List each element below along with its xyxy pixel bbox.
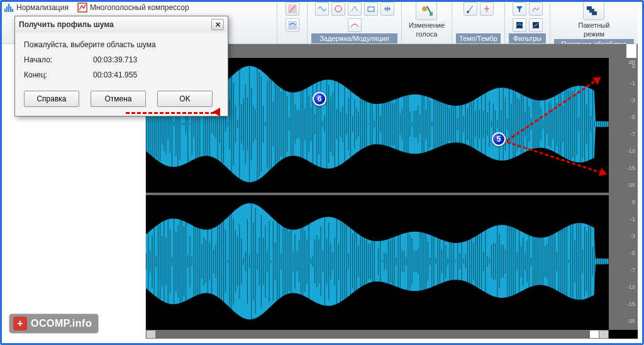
- svg-rect-444: [523, 237, 523, 286]
- svg-point-10: [422, 6, 427, 11]
- svg-rect-397: [430, 257, 430, 265]
- svg-rect-276: [189, 235, 190, 286]
- dialog-close-button[interactable]: ✕: [211, 19, 224, 30]
- svg-rect-438: [511, 227, 511, 296]
- svg-rect-470: [574, 240, 575, 283]
- svg-rect-271: [180, 207, 180, 315]
- tempo-icon-2[interactable]: [480, 2, 494, 16]
- svg-rect-179: [464, 116, 464, 132]
- hscroll-arrow-left[interactable]: [147, 331, 155, 338]
- group-voice-change[interactable]: Изменение голоса: [401, 0, 452, 43]
- svg-rect-467: [569, 259, 569, 263]
- delay-icon-1[interactable]: [315, 2, 329, 16]
- svg-rect-228: [560, 82, 561, 166]
- section-delay-label[interactable]: Задержка/Модуляция: [311, 33, 397, 43]
- svg-rect-437: [509, 203, 509, 319]
- svg-rect-97: [301, 80, 301, 169]
- svg-rect-267: [172, 257, 172, 266]
- tool-multiband-compressor[interactable]: Многополосный компрессор: [77, 3, 189, 13]
- svg-rect-226: [557, 103, 557, 146]
- svg-rect-75: [257, 64, 258, 183]
- svg-rect-182: [469, 87, 470, 161]
- svg-rect-131: [368, 123, 369, 125]
- svg-rect-415: [465, 254, 466, 269]
- filter-icon-1[interactable]: [513, 2, 526, 16]
- group-tempo: Темп/Тембр: [452, 0, 504, 43]
- svg-rect-181: [467, 109, 468, 140]
- cancel-button[interactable]: Отмена: [91, 91, 146, 107]
- svg-rect-207: [519, 100, 519, 149]
- svg-rect-342: [321, 227, 321, 297]
- svg-rect-445: [525, 252, 525, 271]
- dialog-title: Получить профиль шума: [19, 20, 114, 29]
- db-tick: 0: [632, 199, 635, 205]
- svg-rect-279: [196, 222, 196, 301]
- waveform-right: [146, 195, 609, 327]
- delay-icon-6[interactable]: [348, 18, 362, 32]
- tool-normalization[interactable]: Нормализация: [4, 3, 69, 13]
- svg-rect-337: [311, 258, 311, 264]
- svg-rect-395: [426, 228, 426, 295]
- svg-rect-147: [400, 113, 401, 135]
- svg-rect-176: [457, 118, 458, 130]
- svg-rect-421: [477, 199, 478, 324]
- svg-rect-9: [368, 7, 374, 11]
- svg-rect-422: [479, 234, 480, 288]
- svg-rect-218: [541, 108, 541, 141]
- help-button[interactable]: Справка: [24, 91, 79, 107]
- filter-icon-4[interactable]: [529, 18, 543, 32]
- svg-rect-310: [257, 253, 258, 269]
- svg-rect-100: [306, 66, 307, 182]
- delay-icon-2[interactable]: [331, 2, 345, 16]
- svg-rect-406: [447, 257, 448, 265]
- ok-button[interactable]: OK: [157, 91, 213, 107]
- svg-rect-384: [404, 251, 404, 273]
- group-batch: Пакетный режим Пакетная обработка: [550, 0, 638, 43]
- svg-rect-286: [209, 242, 210, 280]
- db-tick: -3: [630, 233, 635, 239]
- svg-rect-133: [372, 68, 373, 180]
- svg-rect-122: [350, 62, 351, 186]
- horizontal-scrollbar[interactable]: [146, 330, 609, 339]
- svg-rect-340: [316, 235, 317, 288]
- fx-icon-2[interactable]: [286, 18, 299, 32]
- delay-icon-5[interactable]: [380, 2, 394, 16]
- svg-rect-77: [261, 76, 262, 171]
- batch-mode-icon[interactable]: [583, 1, 604, 20]
- db-tick: -25: [627, 182, 635, 188]
- filter-icon-2[interactable]: [529, 2, 543, 16]
- svg-rect-223: [550, 100, 551, 148]
- hscroll-thumb[interactable]: [590, 331, 599, 338]
- fx-icon-1[interactable]: [286, 2, 299, 16]
- time-ruler-selection-handle[interactable]: [626, 44, 636, 58]
- delay-icon-4[interactable]: [364, 2, 378, 16]
- svg-rect-476: [586, 231, 587, 291]
- channel-right[interactable]: [146, 195, 609, 330]
- svg-rect-442: [519, 230, 519, 293]
- svg-rect-478: [591, 204, 591, 319]
- svg-rect-400: [436, 258, 436, 264]
- svg-rect-338: [313, 256, 313, 267]
- svg-rect-260: [158, 225, 158, 298]
- svg-rect-138: [382, 77, 382, 172]
- svg-rect-155: [416, 111, 416, 138]
- svg-rect-141: [388, 74, 389, 174]
- tempo-icon-1[interactable]: [464, 2, 477, 16]
- svg-rect-472: [579, 213, 579, 310]
- svg-rect-183: [471, 78, 472, 170]
- svg-rect-285: [208, 210, 208, 314]
- hscroll-arrow-right[interactable]: [599, 331, 608, 338]
- svg-rect-295: [227, 260, 228, 263]
- filter-icon-3[interactable]: [513, 18, 526, 32]
- section-tempo-label[interactable]: Темп/Тембр: [456, 33, 501, 43]
- svg-rect-460: [555, 233, 555, 290]
- svg-rect-326: [289, 232, 289, 291]
- svg-rect-17: [592, 11, 597, 15]
- svg-rect-142: [390, 90, 391, 158]
- svg-rect-156: [418, 106, 418, 142]
- dialog-titlebar[interactable]: Получить профиль шума ✕: [15, 16, 228, 33]
- delay-icon-3[interactable]: [348, 2, 362, 16]
- section-filters-label[interactable]: Фильтры: [509, 33, 546, 43]
- svg-rect-164: [433, 79, 434, 169]
- svg-rect-246: [596, 95, 597, 154]
